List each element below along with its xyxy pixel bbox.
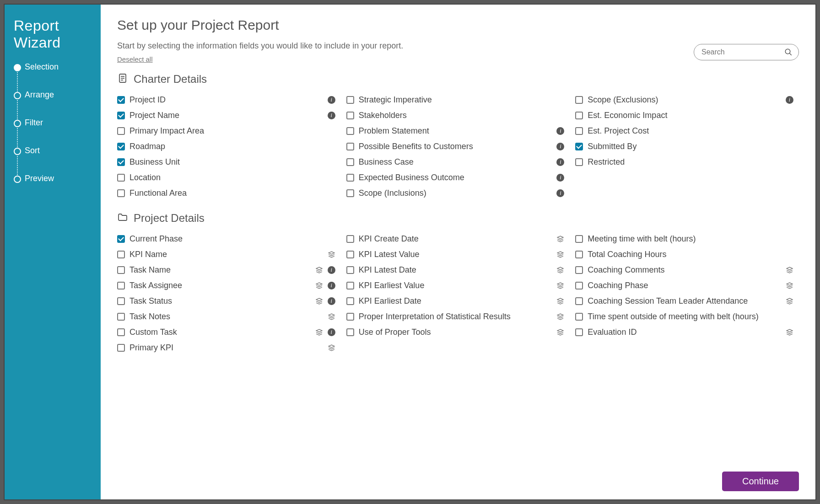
checkbox[interactable]	[117, 297, 125, 305]
continue-button[interactable]: Continue	[722, 472, 799, 491]
info-icon[interactable]: i	[328, 266, 335, 274]
checkbox[interactable]	[575, 313, 583, 321]
checkbox[interactable]	[117, 127, 125, 135]
info-icon[interactable]: i	[328, 297, 335, 305]
field-item[interactable]: Custom Taski	[117, 324, 335, 340]
field-item[interactable]: Business Unit	[117, 154, 335, 170]
checkbox[interactable]	[346, 112, 354, 119]
scroll-area[interactable]: Charter DetailsProject IDiProject NameiP…	[117, 73, 799, 467]
field-item[interactable]: Functional Area	[117, 185, 335, 201]
checkbox[interactable]	[117, 313, 125, 321]
field-item[interactable]: KPI Earliest Date	[346, 293, 565, 309]
wizard-step-preview[interactable]: Preview	[14, 174, 92, 183]
checkbox[interactable]	[346, 297, 354, 305]
field-item[interactable]: Coaching Comments	[575, 262, 793, 278]
checkbox[interactable]	[117, 189, 125, 197]
checkbox[interactable]	[117, 96, 125, 104]
field-item[interactable]: Meeting time with belt (hours)	[575, 231, 793, 247]
field-item[interactable]: KPI Name	[117, 247, 335, 262]
checkbox[interactable]	[346, 158, 354, 166]
checkbox[interactable]	[346, 174, 354, 182]
field-item[interactable]: Time spent outside of meeting with belt …	[575, 309, 793, 324]
field-item[interactable]: Task Statusi	[117, 293, 335, 309]
field-item[interactable]: Task Namei	[117, 262, 335, 278]
checkbox[interactable]	[346, 313, 354, 321]
checkbox[interactable]	[346, 127, 354, 135]
checkbox[interactable]	[117, 328, 125, 336]
checkbox[interactable]	[117, 344, 125, 352]
info-icon[interactable]: i	[328, 112, 335, 119]
wizard-step-arrange[interactable]: Arrange	[14, 90, 92, 100]
checkbox[interactable]	[117, 251, 125, 258]
field-item[interactable]: Roadmap	[117, 139, 335, 154]
checkbox[interactable]	[346, 189, 354, 197]
info-icon[interactable]: i	[556, 143, 564, 150]
field-item[interactable]: KPI Latest Date	[346, 262, 565, 278]
wizard-step-filter[interactable]: Filter	[14, 118, 92, 128]
field-item[interactable]: Coaching Phase	[575, 278, 793, 293]
info-icon[interactable]: i	[556, 189, 564, 197]
checkbox[interactable]	[346, 328, 354, 336]
checkbox[interactable]	[575, 158, 583, 166]
field-item[interactable]: Task Assigneei	[117, 278, 335, 293]
checkbox[interactable]	[346, 282, 354, 290]
wizard-step-sort[interactable]: Sort	[14, 146, 92, 155]
checkbox[interactable]	[575, 235, 583, 243]
info-icon[interactable]: i	[328, 282, 335, 290]
field-item[interactable]: Problem Statementi	[346, 123, 565, 139]
checkbox[interactable]	[575, 96, 583, 104]
field-item[interactable]: Restricted	[575, 154, 793, 170]
checkbox[interactable]	[346, 143, 354, 150]
checkbox[interactable]	[575, 328, 583, 336]
checkbox[interactable]	[117, 143, 125, 150]
field-item[interactable]: Scope (Inclusions)i	[346, 185, 565, 201]
field-item[interactable]: Scope (Exclusions)i	[575, 92, 793, 107]
checkbox[interactable]	[575, 297, 583, 305]
info-icon[interactable]: i	[556, 158, 564, 166]
field-item[interactable]: Submitted By	[575, 139, 793, 154]
checkbox[interactable]	[575, 282, 583, 290]
field-item[interactable]: Primary KPI	[117, 340, 335, 355]
checkbox[interactable]	[575, 112, 583, 119]
field-item[interactable]: Project Namei	[117, 107, 335, 123]
checkbox[interactable]	[117, 112, 125, 119]
field-item[interactable]: Coaching Session Team Leader Attendance	[575, 293, 793, 309]
field-item[interactable]: Proper Interpretation of Statistical Res…	[346, 309, 565, 324]
wizard-step-selection[interactable]: Selection	[14, 62, 92, 72]
checkbox[interactable]	[117, 235, 125, 243]
search-input[interactable]	[694, 44, 799, 60]
info-icon[interactable]: i	[328, 96, 335, 104]
field-item[interactable]: Task Notes	[117, 309, 335, 324]
field-item[interactable]: Location	[117, 170, 335, 185]
field-item[interactable]: Total Coaching Hours	[575, 247, 793, 262]
field-item[interactable]: Possible Benefits to Customersi	[346, 139, 565, 154]
field-item[interactable]: Current Phase	[117, 231, 335, 247]
checkbox[interactable]	[117, 282, 125, 290]
field-item[interactable]: Project IDi	[117, 92, 335, 107]
checkbox[interactable]	[117, 174, 125, 182]
checkbox[interactable]	[346, 251, 354, 258]
field-item[interactable]: KPI Latest Value	[346, 247, 565, 262]
field-item[interactable]: Primary Impact Area	[117, 123, 335, 139]
checkbox[interactable]	[575, 266, 583, 274]
checkbox[interactable]	[117, 266, 125, 274]
checkbox[interactable]	[346, 266, 354, 274]
checkbox[interactable]	[575, 143, 583, 150]
checkbox[interactable]	[575, 251, 583, 258]
checkbox[interactable]	[117, 158, 125, 166]
field-item[interactable]: Strategic Imperative	[346, 92, 565, 107]
field-item[interactable]: Business Casei	[346, 154, 565, 170]
field-item[interactable]: Est. Project Cost	[575, 123, 793, 139]
field-item[interactable]: Expected Business Outcomei	[346, 170, 565, 185]
deselect-all-link[interactable]: Deselect all	[117, 55, 153, 63]
field-item[interactable]: Evaluation ID	[575, 324, 793, 340]
field-item[interactable]: Est. Economic Impact	[575, 107, 793, 123]
field-item[interactable]: Use of Proper Tools	[346, 324, 565, 340]
field-item[interactable]: Stakeholders	[346, 107, 565, 123]
checkbox[interactable]	[346, 235, 354, 243]
info-icon[interactable]: i	[556, 127, 564, 135]
field-item[interactable]: KPI Create Date	[346, 231, 565, 247]
info-icon[interactable]: i	[328, 328, 335, 336]
checkbox[interactable]	[575, 127, 583, 135]
info-icon[interactable]: i	[556, 174, 564, 182]
